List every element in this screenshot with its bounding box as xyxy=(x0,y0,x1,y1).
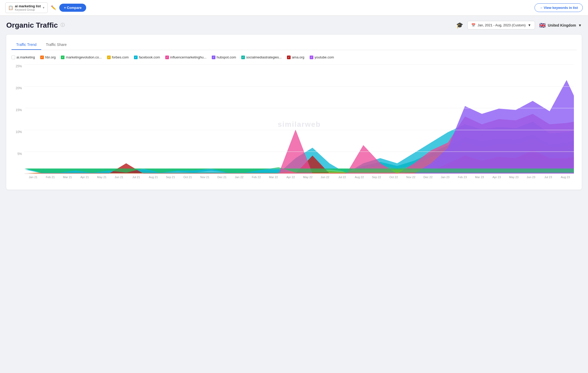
legend-checkbox-ama: ✓ xyxy=(287,56,291,59)
x-tick-jan21: Jan 21 xyxy=(25,176,42,179)
y-tick-20: 20% xyxy=(11,86,22,90)
legend-checkbox-hubspot: ✓ xyxy=(212,56,215,59)
legend-item-youtube[interactable]: ✓ youtube.com xyxy=(310,55,334,59)
x-tick-feb22: Feb 22 xyxy=(248,176,265,179)
x-tick-apr21: Apr 21 xyxy=(76,176,93,179)
chart-area: 25% 20% 15% 10% 5% similarweb xyxy=(11,64,577,184)
edit-button[interactable]: ✏️ xyxy=(50,4,57,11)
topbar-right: → View keywords in list xyxy=(534,3,583,12)
tab-traffic-trend[interactable]: Traffic Trend xyxy=(11,40,41,50)
area-chart-svg xyxy=(25,64,574,174)
legend: ai.marketing ✓ hbr.org ✓ marketingevolut… xyxy=(11,55,577,59)
x-tick-jan23: Jan 23 xyxy=(437,176,454,179)
date-chevron-icon: ▼ xyxy=(528,23,531,27)
x-tick-nov21: Nov 21 xyxy=(196,176,214,179)
compare-button[interactable]: + Compare xyxy=(59,4,86,12)
y-tick-10: 10% xyxy=(11,130,22,134)
x-tick-jul21: Jul 21 xyxy=(128,176,145,179)
legend-checkbox-facebook: ✓ xyxy=(134,56,138,59)
legend-item-marketingevolution[interactable]: ✓ marketingevolution.co... xyxy=(61,55,102,59)
legend-checkbox-marketingevolution: ✓ xyxy=(61,56,64,59)
keyword-group-info: ai marketing list Keyword Group xyxy=(15,4,41,11)
x-tick-oct21: Oct 21 xyxy=(179,176,196,179)
legend-label-youtube: youtube.com xyxy=(315,55,334,59)
legend-item-influencermarketinghub[interactable]: ✓ influencermarketinghu... xyxy=(165,55,207,59)
legend-item-ama[interactable]: ✓ ama.org xyxy=(287,55,304,59)
legend-label-marketingevolution: marketingevolution.co... xyxy=(66,55,102,59)
x-tick-apr22: Apr 22 xyxy=(282,176,299,179)
legend-checkbox-influencermarketinghub: ✓ xyxy=(165,56,169,59)
keyword-group-chevron-icon: ▼ xyxy=(42,6,45,9)
calendar-icon: 📅 xyxy=(471,23,475,27)
legend-item-socialmediastrategies[interactable]: ✓ socialmediastrategies... xyxy=(241,55,282,59)
legend-label-hbr: hbr.org xyxy=(45,55,56,59)
x-tick-jan22: Jan 22 xyxy=(231,176,248,179)
x-axis: Jan 21 Feb 21 Mar 21 Apr 21 May 21 Jun 2… xyxy=(25,174,574,184)
keyword-group-title: ai marketing list xyxy=(15,4,41,8)
chart-plot: similarweb xyxy=(25,64,574,174)
chart-container: Traffic Trend Traffic Share ai.marketing… xyxy=(6,35,582,190)
legend-label-ai-marketing: ai.marketing xyxy=(16,55,35,59)
legend-label-facebook: facebook.com xyxy=(139,55,160,59)
x-tick-oct22: Oct 22 xyxy=(385,176,402,179)
x-tick-aug22: Aug 22 xyxy=(351,176,368,179)
country-chevron-icon: ▼ xyxy=(578,23,582,27)
topbar-left: 📋 ai marketing list Keyword Group ▼ ✏️ +… xyxy=(5,2,86,13)
country-selector[interactable]: 🇬🇧 United Kingdom ▼ xyxy=(539,22,582,28)
legend-item-hbr[interactable]: ✓ hbr.org xyxy=(40,55,56,59)
x-tick-mar21: Mar 21 xyxy=(59,176,76,179)
page-header: Organic Traffic ⓘ 🎓 📅 Jan, 2021 - Aug, 2… xyxy=(6,21,582,29)
x-tick-may22: May 22 xyxy=(299,176,316,179)
x-tick-mar22: Mar 22 xyxy=(265,176,282,179)
main-content: Organic Traffic ⓘ 🎓 📅 Jan, 2021 - Aug, 2… xyxy=(0,16,588,195)
y-tick-25: 25% xyxy=(11,64,22,68)
x-tick-may23: May 23 xyxy=(505,176,522,179)
keyword-group-icon: 📋 xyxy=(8,5,13,10)
x-tick-jul22: Jul 22 xyxy=(334,176,351,179)
view-keywords-button[interactable]: → View keywords in list xyxy=(534,3,583,12)
x-tick-feb23: Feb 23 xyxy=(454,176,471,179)
tab-traffic-share[interactable]: Traffic Share xyxy=(41,40,71,50)
x-tick-dec22: Dec 22 xyxy=(419,176,437,179)
legend-checkbox-youtube: ✓ xyxy=(310,56,313,59)
page-header-left: Organic Traffic ⓘ xyxy=(6,21,65,29)
country-flag-icon: 🇬🇧 xyxy=(539,22,546,28)
y-tick-15: 15% xyxy=(11,108,22,112)
legend-checkbox-ai-marketing xyxy=(11,56,15,59)
legend-label-influencermarketinghub: influencermarketinghu... xyxy=(170,55,207,59)
legend-label-socialmediastrategies: socialmediastrategies... xyxy=(246,55,282,59)
page-header-right: 🎓 📅 Jan, 2021 - Aug, 2023 (Custom) ▼ 🇬🇧 … xyxy=(456,21,582,29)
legend-checkbox-socialmediastrategies: ✓ xyxy=(241,56,245,59)
y-tick-5: 5% xyxy=(11,152,22,156)
graduation-icon[interactable]: 🎓 xyxy=(456,22,463,29)
keyword-group-subtitle: Keyword Group xyxy=(15,8,41,11)
x-tick-jul23: Jul 23 xyxy=(540,176,557,179)
legend-item-ai-marketing[interactable]: ai.marketing xyxy=(11,55,35,59)
legend-item-facebook[interactable]: ✓ facebook.com xyxy=(134,55,160,59)
page-title: Organic Traffic xyxy=(6,21,58,29)
x-tick-sep22: Sep 22 xyxy=(368,176,385,179)
x-tick-apr23: Apr 23 xyxy=(488,176,505,179)
x-tick-jun23: Jun 23 xyxy=(522,176,540,179)
country-label: United Kingdom xyxy=(548,23,576,27)
x-tick-feb21: Feb 21 xyxy=(42,176,59,179)
legend-checkbox-forbes: ✓ xyxy=(107,56,111,59)
legend-label-forbes: forbes.com xyxy=(112,55,129,59)
date-range-selector[interactable]: 📅 Jan, 2021 - Aug, 2023 (Custom) ▼ xyxy=(467,21,535,29)
legend-label-hubspot: hubspot.com xyxy=(217,55,236,59)
legend-item-forbes[interactable]: ✓ forbes.com xyxy=(107,55,129,59)
x-tick-nov22: Nov 22 xyxy=(402,176,420,179)
topbar: 📋 ai marketing list Keyword Group ▼ ✏️ +… xyxy=(0,0,588,16)
legend-item-hubspot[interactable]: ✓ hubspot.com xyxy=(212,55,236,59)
x-tick-sep21: Sep 21 xyxy=(162,176,179,179)
x-tick-mar23: Mar 23 xyxy=(471,176,488,179)
tabs: Traffic Trend Traffic Share xyxy=(11,40,577,50)
x-tick-may21: May 21 xyxy=(93,176,110,179)
x-tick-jun22: Jun 22 xyxy=(316,176,334,179)
x-tick-dec21: Dec 21 xyxy=(213,176,231,179)
legend-label-ama: ama.org xyxy=(292,55,304,59)
x-tick-jun21: Jun 21 xyxy=(110,176,128,179)
info-icon[interactable]: ⓘ xyxy=(61,22,65,28)
x-tick-aug21: Aug 21 xyxy=(145,176,162,179)
keyword-group-selector[interactable]: 📋 ai marketing list Keyword Group ▼ xyxy=(5,2,48,13)
